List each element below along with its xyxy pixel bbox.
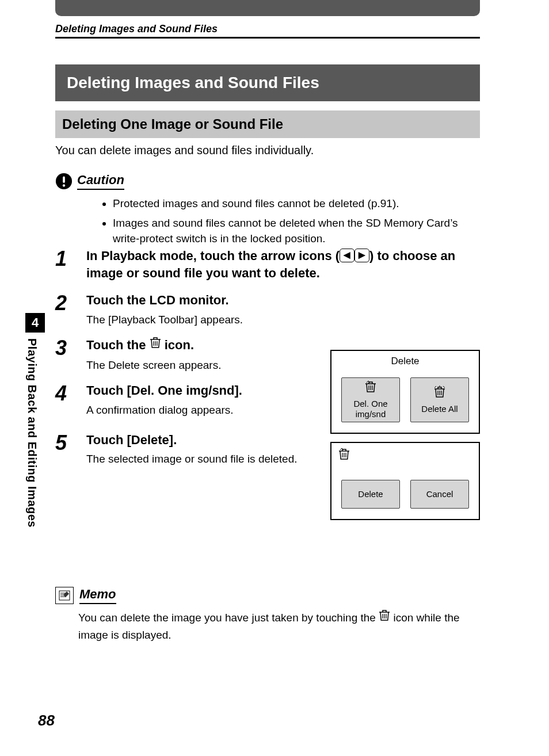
trash-icon — [150, 336, 161, 353]
caution-icon — [55, 173, 73, 190]
confirm-screen: Delete Cancel — [330, 442, 480, 520]
trash-all-icon — [434, 385, 445, 400]
step-instruction: Touch the — [86, 338, 150, 352]
step-number: 5 — [55, 433, 73, 466]
step-2: 2 Touch the LCD monitor. The [Playback T… — [55, 292, 480, 326]
del-one-img-snd-button[interactable]: Del. One img/snd — [341, 377, 400, 422]
step-instruction: Touch the LCD monitor. — [86, 292, 480, 309]
chapter-label: Playing Back and Editing Images — [25, 338, 39, 568]
running-head: Deleting Images and Sound Files — [55, 23, 218, 35]
memo-block: Memo You can delete the image you have j… — [55, 587, 480, 643]
delete-screen: Delete Del. One img/snd Delete All — [330, 350, 480, 434]
step-detail: A confirmation dialog appears. — [86, 404, 328, 417]
step-detail: The selected image or sound file is dele… — [86, 453, 328, 465]
page-top-bar — [55, 0, 480, 16]
caution-title: Caution — [77, 173, 124, 190]
button-label: Cancel — [426, 489, 453, 499]
caution-bullet: Protected images and sound files cannot … — [113, 196, 480, 212]
running-head-rule — [55, 37, 480, 39]
step-number: 4 — [55, 383, 73, 417]
svg-point-2 — [63, 184, 65, 186]
arrow-right-icon: ▶ — [354, 249, 369, 262]
confirm-delete-button[interactable]: Delete — [341, 480, 400, 509]
svg-rect-1 — [63, 177, 65, 183]
screen-title: Delete — [337, 356, 473, 367]
intro-text: You can delete images and sound files in… — [55, 144, 480, 157]
step-detail: The [Playback Toolbar] appears. — [86, 314, 480, 326]
step-number: 1 — [55, 249, 73, 281]
cancel-button[interactable]: Cancel — [410, 480, 469, 509]
button-label: Del. One — [353, 399, 387, 409]
step-instruction: icon. — [165, 338, 194, 352]
step-number: 2 — [55, 293, 73, 326]
arrow-left-icon: ◀ — [340, 249, 354, 262]
step-1: 1 In Playback mode, touch the arrow icon… — [55, 247, 480, 281]
trash-icon — [379, 609, 390, 626]
button-label: Delete All — [421, 404, 458, 414]
delete-all-button[interactable]: Delete All — [410, 377, 469, 422]
button-label: Delete — [358, 489, 383, 499]
chapter-side-tab: 4 Playing Back and Editing Images — [25, 313, 45, 566]
trash-single-icon — [338, 448, 473, 463]
memo-icon — [55, 587, 74, 604]
button-label: img/snd — [356, 409, 386, 419]
step-instruction: Touch [Del. One img/snd]. — [86, 382, 328, 399]
caution-block: Caution Protected images and sound files… — [55, 173, 480, 250]
subsection-title: Deleting One Image or Sound File — [55, 110, 480, 138]
chapter-number: 4 — [25, 313, 45, 333]
step-instruction: In Playback mode, touch the arrow icons … — [86, 249, 340, 263]
memo-title: Memo — [79, 587, 116, 604]
step-instruction: Touch [Delete]. — [86, 432, 328, 449]
caution-bullet: Images and sound files cannot be deleted… — [113, 215, 480, 247]
section-title: Deleting Images and Sound Files — [55, 64, 480, 101]
step-number: 3 — [55, 338, 73, 372]
trash-single-icon — [365, 380, 376, 395]
memo-text: You can delete the image you have just t… — [78, 612, 379, 624]
page-number: 88 — [38, 712, 55, 730]
